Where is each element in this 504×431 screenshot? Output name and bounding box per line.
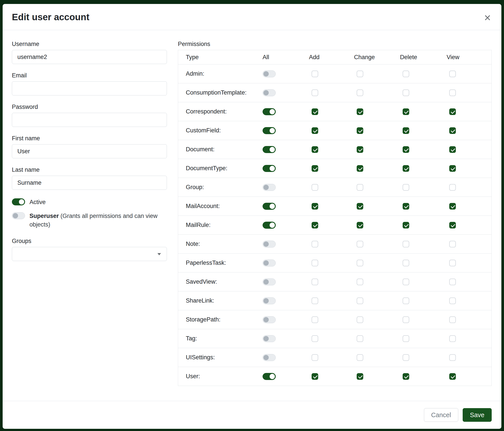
perm-view-checkbox[interactable] <box>449 241 456 247</box>
first-name-field[interactable] <box>12 144 167 158</box>
active-toggle[interactable] <box>12 198 25 205</box>
perm-add-checkbox[interactable] <box>312 260 318 266</box>
perm-add-checkbox[interactable] <box>312 108 318 115</box>
perm-view-checkbox[interactable] <box>449 127 456 134</box>
perm-delete-checkbox[interactable] <box>403 146 409 153</box>
perm-all-toggle[interactable] <box>262 260 276 267</box>
perm-view-checkbox[interactable] <box>449 146 456 153</box>
perm-change-checkbox[interactable] <box>357 354 363 361</box>
perm-change-checkbox[interactable] <box>357 127 363 134</box>
perm-all-toggle[interactable] <box>262 297 276 304</box>
perm-view-checkbox[interactable] <box>449 335 456 342</box>
perm-view-checkbox[interactable] <box>449 222 456 228</box>
perm-all-toggle[interactable] <box>262 70 276 77</box>
perm-all-toggle[interactable] <box>262 354 276 361</box>
perm-add-checkbox[interactable] <box>312 71 318 77</box>
perm-change-checkbox[interactable] <box>357 146 363 153</box>
perm-view-checkbox[interactable] <box>449 260 456 266</box>
perm-change-checkbox[interactable] <box>357 260 363 266</box>
perm-delete-checkbox[interactable] <box>403 90 409 96</box>
email-field[interactable] <box>12 81 167 95</box>
perm-change-checkbox[interactable] <box>357 222 363 228</box>
perm-change-checkbox[interactable] <box>357 297 363 304</box>
perm-delete-checkbox[interactable] <box>403 278 409 285</box>
perm-all-toggle[interactable] <box>262 184 276 191</box>
perm-type-label: MailRule: <box>186 222 211 228</box>
superuser-toggle[interactable] <box>12 212 25 219</box>
perm-all-toggle[interactable] <box>262 165 276 172</box>
perm-delete-checkbox[interactable] <box>403 335 409 342</box>
perm-add-checkbox[interactable] <box>312 373 318 380</box>
perm-all-toggle[interactable] <box>262 89 276 96</box>
perm-all-toggle[interactable] <box>262 316 276 323</box>
password-field[interactable] <box>12 113 167 127</box>
perm-change-checkbox[interactable] <box>357 203 363 210</box>
perm-all-toggle[interactable] <box>262 203 276 210</box>
perm-view-checkbox[interactable] <box>449 165 456 172</box>
perm-delete-checkbox[interactable] <box>403 184 409 191</box>
perm-delete-checkbox[interactable] <box>403 108 409 115</box>
perm-view-checkbox[interactable] <box>449 316 456 323</box>
cancel-button[interactable]: Cancel <box>424 408 458 422</box>
perm-change-checkbox[interactable] <box>357 316 363 323</box>
perm-delete-checkbox[interactable] <box>403 354 409 361</box>
perm-add-checkbox[interactable] <box>312 354 318 361</box>
perm-view-checkbox[interactable] <box>449 71 456 77</box>
perm-view-checkbox[interactable] <box>449 297 456 304</box>
perm-add-checkbox[interactable] <box>312 184 318 191</box>
perm-all-toggle[interactable] <box>262 108 276 115</box>
perm-change-checkbox[interactable] <box>357 90 363 96</box>
col-header-all: All <box>262 54 309 61</box>
perm-view-checkbox[interactable] <box>449 90 456 96</box>
perm-add-checkbox[interactable] <box>312 222 318 228</box>
perm-change-checkbox[interactable] <box>357 373 363 380</box>
perm-all-toggle[interactable] <box>262 335 276 342</box>
perm-change-checkbox[interactable] <box>357 165 363 172</box>
perm-all-toggle[interactable] <box>262 373 276 380</box>
perm-delete-checkbox[interactable] <box>403 127 409 134</box>
perm-change-checkbox[interactable] <box>357 278 363 285</box>
perm-view-checkbox[interactable] <box>449 108 456 115</box>
perm-delete-checkbox[interactable] <box>403 260 409 266</box>
perm-delete-checkbox[interactable] <box>403 222 409 228</box>
groups-group: Groups <box>12 238 167 261</box>
perm-delete-checkbox[interactable] <box>403 297 409 304</box>
perm-view-checkbox[interactable] <box>449 278 456 285</box>
perm-delete-checkbox[interactable] <box>403 71 409 77</box>
close-icon[interactable]: × <box>483 12 492 23</box>
perm-add-checkbox[interactable] <box>312 203 318 210</box>
perm-add-checkbox[interactable] <box>312 335 318 342</box>
perm-all-toggle[interactable] <box>262 241 276 248</box>
perm-all-toggle[interactable] <box>262 278 276 285</box>
perm-add-checkbox[interactable] <box>312 127 318 134</box>
perm-delete-checkbox[interactable] <box>403 165 409 172</box>
perm-view-checkbox[interactable] <box>449 184 456 191</box>
perm-add-checkbox[interactable] <box>312 316 318 323</box>
perm-add-checkbox[interactable] <box>312 90 318 96</box>
perm-view-checkbox[interactable] <box>449 373 456 380</box>
perm-add-checkbox[interactable] <box>312 241 318 247</box>
perm-change-checkbox[interactable] <box>357 184 363 191</box>
permissions-section: Permissions Type All Add Change Delete V… <box>178 41 492 401</box>
perm-delete-checkbox[interactable] <box>403 203 409 210</box>
last-name-field[interactable] <box>12 176 167 190</box>
perm-delete-checkbox[interactable] <box>403 316 409 323</box>
perm-add-checkbox[interactable] <box>312 278 318 285</box>
perm-all-toggle[interactable] <box>262 222 276 229</box>
perm-add-checkbox[interactable] <box>312 165 318 172</box>
perm-all-toggle[interactable] <box>262 127 276 134</box>
username-input[interactable] <box>12 50 167 64</box>
perm-delete-checkbox[interactable] <box>403 373 409 380</box>
groups-select[interactable] <box>12 247 167 261</box>
perm-change-checkbox[interactable] <box>357 335 363 342</box>
perm-view-checkbox[interactable] <box>449 354 456 361</box>
perm-all-toggle[interactable] <box>262 146 276 153</box>
perm-add-checkbox[interactable] <box>312 297 318 304</box>
perm-change-checkbox[interactable] <box>357 71 363 77</box>
perm-view-checkbox[interactable] <box>449 203 456 210</box>
perm-add-checkbox[interactable] <box>312 146 318 153</box>
perm-change-checkbox[interactable] <box>357 241 363 247</box>
perm-change-checkbox[interactable] <box>357 108 363 115</box>
save-button[interactable]: Save <box>463 408 492 422</box>
perm-delete-checkbox[interactable] <box>403 241 409 247</box>
